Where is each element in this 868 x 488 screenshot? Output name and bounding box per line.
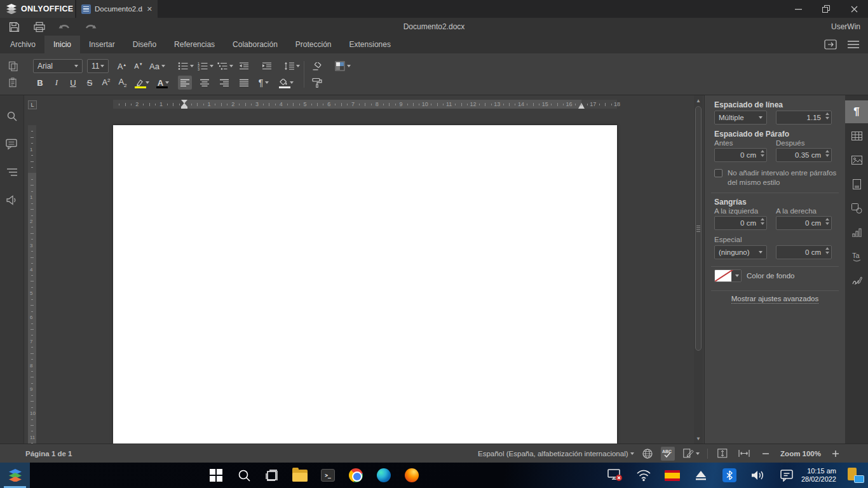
page-indicator[interactable]: Página 1 de 1	[25, 450, 72, 458]
task-view-icon[interactable]	[258, 463, 286, 488]
keyboard-layout-spanish-flag-icon[interactable]	[665, 468, 680, 483]
spacing-before-spinner[interactable]: 0 cm	[714, 148, 767, 162]
maximize-button[interactable]	[812, 0, 840, 18]
document-language-icon[interactable]	[641, 447, 654, 461]
align-left-button[interactable]	[178, 76, 192, 90]
menu-tab-referencias[interactable]: Referencias	[165, 36, 224, 53]
no-interval-checkbox[interactable]	[714, 169, 722, 177]
decrease-indent-button[interactable]	[237, 59, 251, 73]
font-color-button[interactable]: A	[154, 76, 173, 90]
track-changes-icon[interactable]	[683, 447, 700, 461]
align-right-button[interactable]	[217, 76, 231, 90]
line-spacing-mode-dropdown[interactable]: Múltiple	[714, 111, 767, 125]
menu-tab-insertar[interactable]: Insertar	[80, 36, 124, 53]
justify-button[interactable]	[237, 76, 251, 90]
zoom-level[interactable]: Zoom 100%	[780, 450, 821, 458]
edge-icon[interactable]	[370, 463, 398, 488]
print-button[interactable]	[32, 20, 46, 34]
special-indent-dropdown[interactable]: (ninguno)	[714, 245, 767, 259]
tab-stop-selector[interactable]: L	[28, 100, 37, 109]
menu-tab-inicio[interactable]: Inicio	[44, 36, 80, 53]
spacing-after-spinner[interactable]: 0.35 cm	[776, 148, 832, 162]
minimize-button[interactable]	[784, 0, 812, 18]
save-button[interactable]	[7, 20, 21, 34]
navigation-icon[interactable]	[4, 164, 20, 180]
font-name-combobox[interactable]: Arial	[33, 59, 83, 73]
desktop-folder-icon[interactable]	[848, 468, 864, 483]
underline-button[interactable]: U	[66, 76, 80, 90]
clear-style-button[interactable]	[310, 59, 324, 73]
horizontal-ruler[interactable]: 21123456789101112131415161718	[113, 100, 617, 109]
taskbar-search-icon[interactable]	[230, 463, 258, 488]
menu-tab-protección[interactable]: Protección	[287, 36, 341, 53]
increase-indent-button[interactable]	[260, 59, 274, 73]
bluetooth-icon[interactable]	[722, 468, 737, 483]
safely-remove-hardware-icon[interactable]	[693, 468, 709, 483]
bold-button[interactable]: B	[33, 76, 47, 90]
decrease-font-size-button[interactable]: A▼	[132, 59, 146, 73]
spell-check-icon[interactable]: ABC	[661, 447, 675, 461]
highlight-color-button[interactable]	[132, 76, 151, 90]
line-spacing-value-spinner[interactable]: 1.15	[776, 111, 832, 125]
indent-left-spinner[interactable]: 0 cm	[714, 216, 767, 230]
color-scheme-button[interactable]	[332, 59, 353, 73]
tab-close-icon[interactable]: ✕	[147, 5, 153, 13]
shape-settings-icon[interactable]	[845, 197, 868, 220]
line-spacing-button[interactable]	[284, 59, 300, 73]
background-color-dropdown-icon[interactable]	[731, 270, 741, 281]
document-page[interactable]	[113, 125, 617, 444]
firefox-icon[interactable]	[398, 463, 426, 488]
nonprinting-characters-button[interactable]: ¶	[257, 76, 271, 90]
start-button[interactable]	[202, 463, 230, 488]
feedback-icon[interactable]	[4, 192, 20, 208]
paragraph-shading-button[interactable]	[276, 76, 295, 90]
terminal-icon[interactable]: >_	[314, 463, 342, 488]
text-art-settings-icon[interactable]: Ta	[845, 245, 868, 268]
left-indent-marker[interactable]	[181, 107, 187, 109]
document-canvas[interactable]: L 21123456789101112131415161718 11234567…	[24, 95, 704, 444]
special-indent-spinner[interactable]: 0 cm	[776, 245, 832, 259]
taskbar-onlyoffice-app[interactable]	[0, 463, 30, 488]
comments-icon[interactable]	[4, 136, 20, 152]
table-settings-icon[interactable]	[845, 125, 868, 147]
zoom-in-button[interactable]	[829, 447, 843, 461]
change-case-button[interactable]: Aa	[149, 59, 165, 73]
menu-tab-colaboración[interactable]: Colaboración	[224, 36, 287, 53]
image-settings-icon[interactable]	[845, 149, 868, 172]
signature-settings-icon[interactable]	[845, 269, 868, 292]
subscript-button[interactable]: A2	[116, 76, 130, 90]
paste-button[interactable]	[6, 76, 20, 90]
header-footer-settings-icon[interactable]	[845, 173, 868, 196]
copy-button[interactable]	[6, 59, 20, 73]
document-tab[interactable]: Documento2.d... ✕	[76, 0, 158, 18]
chrome-icon[interactable]	[342, 463, 370, 488]
superscript-button[interactable]: A2	[99, 76, 113, 90]
menu-tab-extensiones[interactable]: Extensiones	[341, 36, 400, 53]
background-color-picker[interactable]	[714, 269, 742, 282]
fit-width-icon[interactable]	[737, 447, 751, 461]
align-center-button[interactable]	[198, 76, 212, 90]
copy-style-button[interactable]	[310, 76, 324, 90]
volume-icon[interactable]	[750, 468, 766, 483]
italic-button[interactable]: I	[50, 76, 64, 90]
search-icon[interactable]	[4, 108, 20, 125]
chart-settings-icon[interactable]	[845, 221, 868, 244]
redo-button[interactable]	[83, 20, 97, 34]
increase-font-size-button[interactable]: A▲	[115, 59, 129, 73]
language-selector[interactable]: Español (España, alfabetización internac…	[478, 450, 634, 458]
close-button[interactable]	[840, 0, 868, 18]
indent-right-spinner[interactable]: 0 cm	[776, 216, 832, 230]
menu-tab-archivo[interactable]: Archivo	[1, 36, 44, 53]
scroll-down-button[interactable]: ▼	[694, 434, 703, 443]
display-disconnected-icon[interactable]	[607, 468, 623, 483]
hamburger-menu-icon[interactable]	[846, 37, 860, 51]
fit-page-icon[interactable]	[715, 447, 729, 461]
numbering-button[interactable]: 123	[198, 59, 214, 73]
taskbar-clock[interactable]: 10:15 am 28/02/2022	[788, 463, 836, 488]
file-explorer-icon[interactable]	[286, 463, 314, 488]
vertical-ruler[interactable]: 11234567891011	[28, 125, 36, 444]
open-file-location-icon[interactable]	[824, 37, 837, 51]
scroll-up-button[interactable]: ▲	[694, 96, 703, 105]
vertical-scrollbar[interactable]: ▲ ▼	[694, 95, 703, 444]
advanced-settings-link[interactable]: Mostrar ajustes avanzados	[705, 295, 845, 302]
